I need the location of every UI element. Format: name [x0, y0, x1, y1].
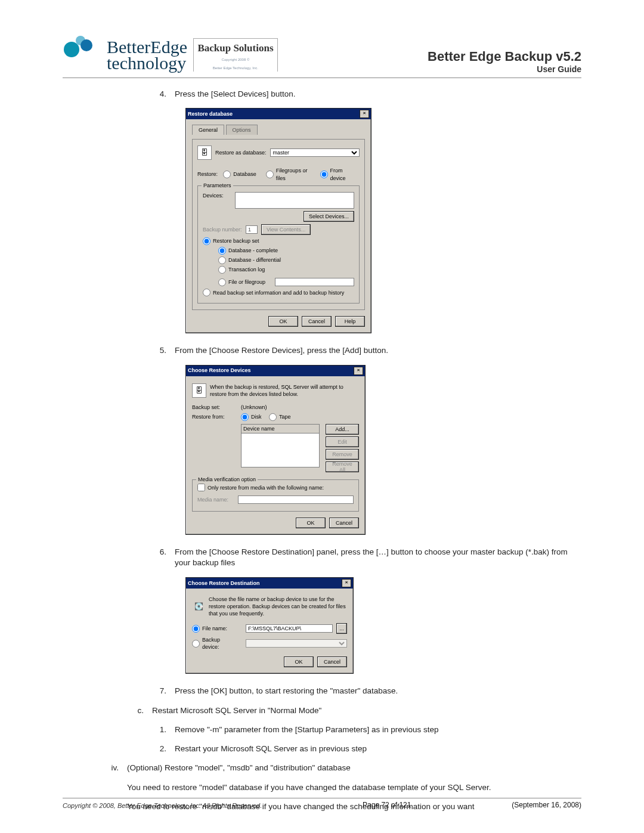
close-icon[interactable]: ×	[354, 367, 363, 375]
logo-subtext: technology	[107, 55, 187, 71]
step-c2: 2. Restart your Microsoft SQL Server as …	[152, 744, 581, 754]
backup-set-value: (Unknown)	[241, 404, 267, 411]
header-right: Better Edge Backup v5.2 User Guide	[428, 49, 581, 74]
radio-file-name[interactable]: File name:	[192, 625, 236, 633]
cancel-button[interactable]: Cancel	[317, 657, 347, 667]
page-footer: Copyright © 2008, Better Edge Technology…	[63, 798, 581, 809]
step-text: Remove "-m" parameter from the [Startup …	[175, 724, 581, 735]
step-7: 7. Press the [OK] button, to start resto…	[152, 686, 581, 696]
tab-general[interactable]: General	[192, 125, 224, 135]
step-5: 5. From the [Choose Restore Devices], pr…	[152, 345, 581, 356]
step-c: c. Restart Microsoft SQL Server in "Norm…	[129, 705, 581, 716]
step-text: Press the [Select Devices] button.	[175, 89, 581, 100]
step-6: 6. From the [Choose Restore Destination]…	[152, 547, 581, 568]
radio-restore-backup-set[interactable]: Restore backup set	[203, 237, 259, 245]
step-number: 6.	[152, 547, 166, 568]
media-name-label: Media name:	[197, 496, 234, 503]
step-text: Restart your Microsoft SQL Server as in …	[175, 744, 581, 754]
restore-from-label: Restore from:	[192, 413, 237, 420]
ok-button[interactable]: OK	[296, 518, 326, 528]
restore-label: Restore:	[197, 171, 219, 178]
backup-device-select	[246, 639, 347, 648]
media-verification-group: Media verification option	[196, 476, 258, 483]
choose-restore-devices-dialog: Choose Restore Devices × 🗄 When the back…	[185, 365, 366, 535]
step-text: From the [Choose Restore Destination] pa…	[175, 547, 581, 568]
product-title: Better Edge Backup v5.2	[428, 49, 581, 64]
step-4: 4. Press the [Select Devices] button.	[152, 89, 581, 100]
chk-only-restore[interactable]: Only restore from media with the followi…	[197, 484, 324, 491]
step-text: Press the [OK] button, to start restorin…	[175, 686, 581, 696]
backup-number-input	[246, 225, 258, 234]
step-number: 7.	[152, 686, 166, 696]
radio-db-complete[interactable]: Database - complete	[218, 247, 278, 255]
step-text: Restart Microsoft SQL Server in "Normal …	[152, 705, 581, 716]
restore-as-label: Restore as database:	[215, 149, 267, 156]
edit-button: Edit	[326, 436, 359, 447]
disk-icon: 💽	[192, 600, 205, 613]
restore-as-select[interactable]: master	[270, 148, 360, 157]
backup-solutions-box: Backup Solutions Copyright 2008 © Better…	[193, 38, 278, 71]
parameters-group: Parameters	[202, 182, 233, 189]
iv-para1: You need to restore "model" database if …	[127, 782, 581, 793]
file-fg-input[interactable]	[275, 278, 354, 286]
intro-text: When the backup is restored, SQL Server …	[210, 383, 359, 398]
radio-tape[interactable]: Tape	[269, 413, 291, 421]
footer-date: (September 16, 2008)	[512, 801, 581, 809]
radio-read-history[interactable]: Read backup set information and add to b…	[203, 289, 344, 296]
logo-block: BetterEdge technology Backup Solutions C…	[63, 36, 278, 74]
radio-disk[interactable]: Disk	[241, 413, 262, 421]
close-icon[interactable]: ×	[342, 579, 351, 587]
tab-options[interactable]: Options	[226, 125, 258, 135]
page-header: BetterEdge technology Backup Solutions C…	[63, 36, 581, 78]
remove-button: Remove	[326, 449, 359, 460]
cancel-button[interactable]: Cancel	[329, 518, 359, 528]
bs-copy1: Copyright 2008 ©	[194, 58, 277, 62]
radio-database[interactable]: Database	[223, 171, 256, 178]
guide-subtitle: User Guide	[428, 64, 581, 74]
radio-file-fg[interactable]: File or filegroup	[218, 278, 265, 286]
ok-button[interactable]: OK	[284, 657, 314, 667]
intro-text: Choose the file name or backup device to…	[209, 596, 347, 617]
browse-button[interactable]: ...	[336, 623, 347, 634]
tabs: General Options	[192, 124, 365, 134]
page-number: Page 72 of 121	[363, 801, 411, 809]
close-icon[interactable]: ×	[360, 110, 369, 118]
file-name-input[interactable]	[246, 624, 333, 633]
devices-list[interactable]	[235, 192, 354, 209]
step-text: From the [Choose Restore Devices], press…	[175, 345, 581, 356]
step-number: 2.	[152, 744, 166, 754]
database-icon: 🗄	[197, 145, 212, 160]
restore-database-dialog: Restore database × General Options 🗄 Res…	[185, 108, 371, 333]
ok-button[interactable]: OK	[268, 316, 298, 327]
copyright: Copyright © 2008, Better Edge Technology…	[63, 802, 262, 809]
step-text: (Optional) Restore "model", "msdb" and "…	[127, 763, 581, 773]
remove-all-button: Remove All	[326, 462, 359, 472]
step-number: 1.	[152, 724, 166, 735]
devices-label: Devices:	[203, 192, 231, 199]
device-list[interactable]	[241, 433, 320, 467]
device-name-header: Device name	[241, 424, 320, 433]
logo-icon	[63, 36, 101, 74]
radio-filegroups[interactable]: Filegroups or files	[266, 167, 311, 181]
backup-set-label: Backup set:	[192, 404, 237, 411]
help-button[interactable]: Help	[335, 316, 365, 327]
dialog-title: Choose Restore Devices	[188, 367, 251, 374]
radio-fromdevice[interactable]: From device	[320, 167, 354, 181]
step-number: 5.	[152, 345, 166, 356]
select-devices-button[interactable]: Select Devices...	[304, 211, 354, 222]
cancel-button[interactable]: Cancel	[302, 316, 332, 327]
dialog-title: Choose Restore Destination	[188, 580, 260, 587]
step-c1: 1. Remove "-m" parameter from the [Start…	[152, 724, 581, 735]
bs-copy2: Better Edge Technology, Inc.	[194, 66, 277, 70]
add-button[interactable]: Add...	[326, 424, 359, 435]
radio-tlog[interactable]: Transaction log	[218, 266, 265, 274]
radio-db-diff[interactable]: Database - differential	[218, 256, 281, 264]
view-contents-button: View Contents...	[261, 224, 311, 235]
backup-number-label: Backup number:	[203, 226, 242, 233]
logo-text: BetterEdge	[107, 39, 187, 55]
dialog-title: Restore database	[188, 110, 233, 117]
choose-restore-destination-dialog: Choose Restore Destination × 💽 Choose th…	[185, 577, 354, 674]
step-number: 4.	[152, 89, 166, 100]
radio-backup-device[interactable]: Backup device:	[192, 636, 236, 651]
server-icon: 🗄	[192, 383, 206, 398]
